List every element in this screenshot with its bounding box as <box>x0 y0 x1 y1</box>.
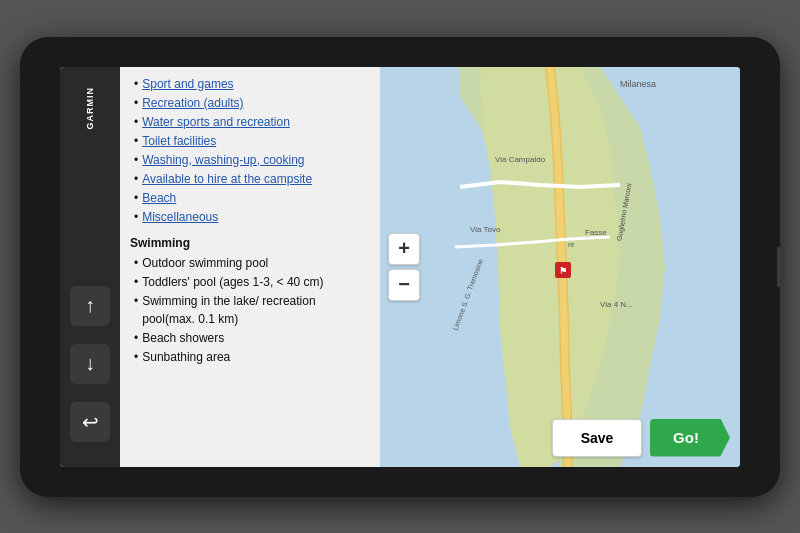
physical-button <box>777 247 785 287</box>
swim-item-2: Toddlers' pool (ages 1-3, < 40 cm) <box>142 273 323 291</box>
list-item: • Toddlers' pool (ages 1-3, < 40 cm) <box>134 273 370 291</box>
svg-text:Via Tovo: Via Tovo <box>470 225 501 234</box>
map-panel: ⚑ Milanesa Via Campaldo Guglielmo Marcon… <box>380 67 740 467</box>
svg-text:Via Campaldo: Via Campaldo <box>495 155 546 164</box>
down-button[interactable]: ↓ <box>70 344 110 384</box>
list-item: • Beach showers <box>134 329 370 347</box>
swim-item-4: Beach showers <box>142 329 224 347</box>
link-recreation[interactable]: Recreation (adults) <box>142 94 243 112</box>
map-svg: ⚑ Milanesa Via Campaldo Guglielmo Marcon… <box>380 67 740 467</box>
list-item: • Beach <box>134 189 370 207</box>
link-sport[interactable]: Sport and games <box>142 75 233 93</box>
map-footer-buttons: Save Go! <box>552 419 730 457</box>
zoom-in-button[interactable]: + <box>388 233 420 265</box>
link-misc[interactable]: Miscellaneous <box>142 208 218 226</box>
section-title: Swimming <box>130 236 370 250</box>
svg-text:re: re <box>568 241 574 248</box>
list-item: • Available to hire at the campsite <box>134 170 370 188</box>
svg-text:Via 4 N...: Via 4 N... <box>600 300 633 309</box>
svg-text:⚑: ⚑ <box>559 266 567 276</box>
swim-item-5: Sunbathing area <box>142 348 230 366</box>
swim-item-3: Swimming in the lake/ recreation pool(ma… <box>142 292 370 328</box>
link-list: • Sport and games • Recreation (adults) … <box>130 75 370 226</box>
save-button[interactable]: Save <box>552 419 642 457</box>
link-beach[interactable]: Beach <box>142 189 176 207</box>
list-item: • Water sports and recreation <box>134 113 370 131</box>
svg-text:Milanesa: Milanesa <box>620 79 656 89</box>
list-item: • Sport and games <box>134 75 370 93</box>
go-button[interactable]: Go! <box>650 419 730 457</box>
list-item: • Swimming in the lake/ recreation pool(… <box>134 292 370 328</box>
svg-text:Fasse: Fasse <box>585 228 607 237</box>
garmin-device: GARMIN ↑ ↓ ↩ • Sport and games • Recreat… <box>20 37 780 497</box>
list-item: • Outdoor swimming pool <box>134 254 370 272</box>
list-item: • Toilet facilities <box>134 132 370 150</box>
list-item: • Recreation (adults) <box>134 94 370 112</box>
link-washing[interactable]: Washing, washing-up, cooking <box>142 151 304 169</box>
map-zoom-controls: + − <box>388 233 420 301</box>
garmin-logo: GARMIN <box>85 87 95 130</box>
device-screen: GARMIN ↑ ↓ ↩ • Sport and games • Recreat… <box>60 67 740 467</box>
text-panel: • Sport and games • Recreation (adults) … <box>120 67 380 467</box>
sidebar: GARMIN ↑ ↓ ↩ <box>60 67 120 467</box>
list-item: • Miscellaneous <box>134 208 370 226</box>
link-water[interactable]: Water sports and recreation <box>142 113 290 131</box>
list-item: • Sunbathing area <box>134 348 370 366</box>
link-toilet[interactable]: Toilet facilities <box>142 132 216 150</box>
link-hire[interactable]: Available to hire at the campsite <box>142 170 312 188</box>
back-button[interactable]: ↩ <box>70 402 110 442</box>
swim-item-1: Outdoor swimming pool <box>142 254 268 272</box>
swimming-list: • Outdoor swimming pool • Toddlers' pool… <box>130 254 370 366</box>
main-content: • Sport and games • Recreation (adults) … <box>120 67 740 467</box>
zoom-out-button[interactable]: − <box>388 269 420 301</box>
up-button[interactable]: ↑ <box>70 286 110 326</box>
list-item: • Washing, washing-up, cooking <box>134 151 370 169</box>
